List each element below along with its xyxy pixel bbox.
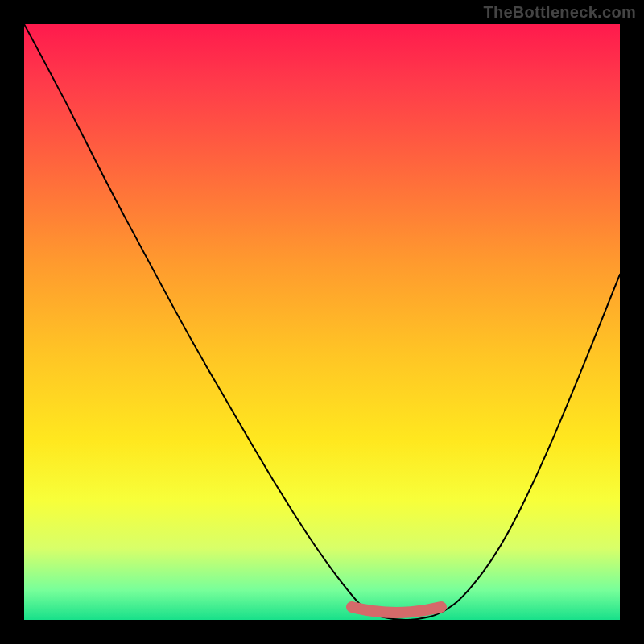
chart-frame: TheBottleneck.com bbox=[0, 0, 644, 644]
watermark-text: TheBottleneck.com bbox=[483, 3, 636, 22]
bottleneck-curve-path bbox=[24, 24, 620, 620]
optimal-zone-marker bbox=[352, 607, 441, 613]
gradient-plot-area bbox=[24, 24, 620, 620]
bottleneck-curve-svg bbox=[24, 24, 620, 620]
